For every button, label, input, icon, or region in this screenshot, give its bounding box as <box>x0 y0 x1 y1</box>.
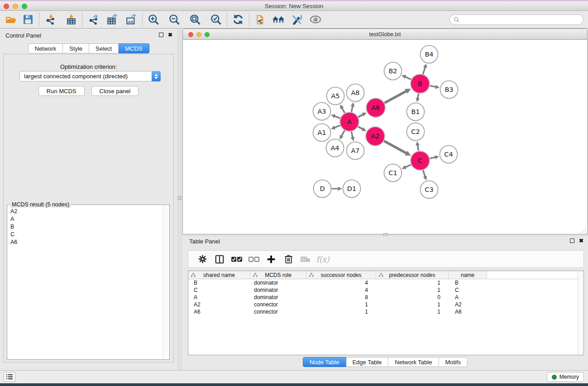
add-column-icon[interactable] <box>263 253 280 266</box>
export-table-icon[interactable] <box>105 13 119 26</box>
edge-B-B1[interactable] <box>418 94 419 99</box>
cell-name: A6 <box>449 308 487 315</box>
edge-A6-B[interactable] <box>384 91 406 103</box>
pencil-slash-icon[interactable] <box>290 13 303 26</box>
cell-predecessor-nodes: 1 <box>376 279 449 286</box>
zoom-out-icon[interactable] <box>167 13 181 26</box>
cell-successor-nodes: 8 <box>306 294 376 301</box>
task-history-button[interactable] <box>4 372 15 382</box>
network-window-titlebar[interactable]: testGlobe.txt <box>182 29 588 40</box>
result-item[interactable]: A6 <box>8 238 162 246</box>
eye-icon[interactable] <box>309 13 322 26</box>
criterion-value: largest connected component (directed) <box>20 73 152 80</box>
run-mcds-button[interactable]: Run MCDS <box>38 86 85 96</box>
network-graph[interactable]: B4B2BB3A8A5A6B1A3AC2A1A2A4A7C4CC1C3DD1 <box>183 40 587 234</box>
toolbar-separator <box>39 13 39 26</box>
edge-A2-C[interactable] <box>384 141 406 153</box>
edge-A-A4[interactable] <box>341 130 344 136</box>
search-box[interactable] <box>449 14 583 25</box>
edge-C-C2[interactable] <box>418 145 419 151</box>
cell-predecessor-nodes: 0 <box>376 294 449 301</box>
edge-B-B2[interactable] <box>405 76 411 79</box>
zoom-fit-icon[interactable] <box>188 13 202 26</box>
column-header-successor-nodes[interactable]: successor nodes <box>306 271 376 279</box>
divider-handle[interactable] <box>178 196 182 200</box>
close-panel-button[interactable]: Close panel <box>91 86 139 96</box>
tab-mcds[interactable]: MCDS <box>119 43 149 53</box>
edge-C-C4[interactable] <box>430 157 435 158</box>
tab-network[interactable]: Network <box>28 43 63 53</box>
arrowhead-icon <box>423 64 427 68</box>
node-label-A2: A2 <box>371 133 379 140</box>
cell-MCDS-role: connector <box>250 301 306 308</box>
float-panel-icon[interactable] <box>159 33 163 37</box>
float-table-panel-icon[interactable] <box>570 238 574 243</box>
table-scrollbar[interactable] <box>578 271 583 355</box>
zoom-selected-icon[interactable] <box>209 13 223 26</box>
edge-A-A3[interactable] <box>335 116 340 118</box>
tab-style[interactable]: Style <box>63 43 89 53</box>
zoom-in-icon[interactable] <box>147 13 160 26</box>
edge-A-A6[interactable] <box>358 114 363 117</box>
export-network-icon[interactable] <box>86 13 100 26</box>
table-tab-node-table[interactable]: Node Table <box>303 357 346 367</box>
cell-shared-name: A <box>188 294 250 301</box>
node-label-A5: A5 <box>331 92 339 100</box>
gear-icon[interactable] <box>194 253 211 266</box>
table-row[interactable]: Adominator80A <box>188 294 583 301</box>
table-tab-edge-table[interactable]: Edge Table <box>346 357 388 367</box>
table-tab-motifs[interactable]: Motifs <box>439 357 468 367</box>
edge-A-A5[interactable] <box>342 108 344 113</box>
cell-shared-name: A6 <box>188 308 250 315</box>
edge-C-C3[interactable] <box>423 170 425 177</box>
select-all-icon[interactable] <box>228 253 245 266</box>
open-session-icon[interactable] <box>4 13 18 26</box>
toolbar-separator <box>249 13 249 26</box>
edge-A-A7[interactable] <box>351 132 353 138</box>
save-session-icon[interactable] <box>21 13 35 26</box>
delete-column-icon[interactable] <box>280 253 297 266</box>
search-input[interactable] <box>462 17 583 23</box>
table-tab-network-table[interactable]: Network Table <box>388 357 439 367</box>
column-header-shared-name[interactable]: shared name <box>188 271 250 279</box>
column-header-name[interactable]: name <box>449 271 487 279</box>
result-item[interactable]: A <box>8 215 162 223</box>
cell-shared-name: B <box>188 279 250 286</box>
table-row[interactable]: Bdominator41B <box>188 279 583 286</box>
table-row[interactable]: A2connector11A2 <box>188 301 583 308</box>
criterion-dropdown[interactable]: largest connected component (directed) <box>19 71 161 81</box>
deselect-all-icon[interactable] <box>245 253 263 266</box>
edge-A-A2[interactable] <box>358 127 363 129</box>
edge-A-A1[interactable] <box>334 125 340 128</box>
arrowhead-icon <box>423 176 427 181</box>
result-item[interactable]: A2 <box>8 207 162 215</box>
edge-C-C1[interactable] <box>405 165 411 167</box>
import-table-icon[interactable] <box>64 13 78 26</box>
split-panel-icon[interactable] <box>211 253 228 266</box>
two-houses-icon[interactable] <box>272 13 285 26</box>
node-label-C1: C1 <box>388 169 397 176</box>
refresh-icon[interactable] <box>231 13 245 26</box>
attribute-icon <box>253 273 258 277</box>
table-row[interactable]: Cdominator41C <box>188 286 583 294</box>
table-row[interactable]: A6connector11A6 <box>188 308 583 315</box>
import-network-icon[interactable] <box>43 13 57 26</box>
edge-B-B4[interactable] <box>423 67 425 74</box>
result-item[interactable]: B <box>8 223 162 230</box>
edge-A-A8[interactable] <box>351 106 353 112</box>
memory-button[interactable]: Memory <box>547 372 584 382</box>
export-image-icon[interactable] <box>124 13 138 26</box>
network-canvas[interactable]: B4B2BB3A8A5A6B1A3AC2A1A2A4A7C4CC1C3DD1 <box>182 40 588 234</box>
close-panel-icon[interactable]: ✖ <box>168 33 172 37</box>
tab-select[interactable]: Select <box>89 43 119 53</box>
result-scrollbar[interactable] <box>163 205 169 359</box>
delete-table-icon <box>297 253 314 266</box>
vertical-split-divider[interactable] <box>177 29 182 370</box>
column-header-MCDS-role[interactable]: MCDS role <box>250 271 306 279</box>
edge-B-B3[interactable] <box>430 86 436 87</box>
column-header-predecessor-nodes[interactable]: predecessor nodes <box>376 271 449 279</box>
clone-network-icon[interactable] <box>253 13 267 26</box>
table-panel: Table Panel ✖ <box>182 236 588 370</box>
close-table-panel-icon[interactable]: ✖ <box>579 238 583 243</box>
result-item[interactable]: C <box>8 230 162 238</box>
